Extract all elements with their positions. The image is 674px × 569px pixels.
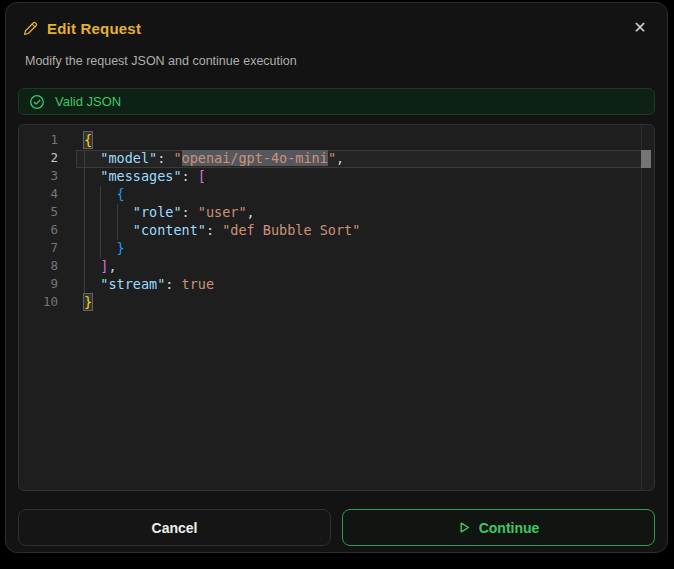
code-line[interactable]: "messages": [ — [76, 168, 642, 186]
code-token: "messages" — [100, 168, 181, 184]
code-line[interactable]: { — [76, 186, 642, 204]
indent-guide — [84, 150, 85, 168]
indent-guide — [100, 222, 101, 240]
line-number: 2 — [19, 150, 58, 168]
indent-guide — [84, 222, 85, 240]
check-circle-icon — [29, 94, 45, 110]
line-number: 4 — [19, 186, 58, 204]
code-token: openai/gpt-4o-mini — [182, 150, 328, 166]
dialog-subtitle: Modify the request JSON and continue exe… — [25, 54, 655, 69]
code-token — [84, 276, 100, 292]
line-number: 9 — [19, 276, 58, 294]
indent-guide — [84, 276, 85, 294]
line-number: 8 — [19, 258, 58, 276]
indent-guide — [84, 258, 85, 276]
overview-ruler-divider — [641, 125, 642, 490]
code-token: "def Bubble Sort" — [222, 222, 360, 238]
code-token — [84, 150, 100, 166]
indent-guide — [84, 168, 85, 186]
code-token: , — [108, 258, 116, 274]
code-line[interactable]: ], — [76, 258, 642, 276]
line-number: 7 — [19, 240, 58, 258]
code-token: : — [165, 276, 181, 292]
code-token: " — [173, 150, 181, 166]
indent-guide — [84, 240, 85, 258]
indent-guide — [100, 240, 101, 258]
indent-guide — [117, 204, 118, 222]
json-valid-banner: Valid JSON — [18, 88, 655, 115]
play-icon — [458, 521, 471, 534]
pencil-icon — [23, 21, 38, 36]
line-number: 1 — [19, 132, 58, 150]
edit-request-dialog: Edit Request ✕ Modify the request JSON a… — [5, 2, 668, 553]
line-number: 6 — [19, 222, 58, 240]
continue-label: Continue — [479, 520, 540, 536]
code-line[interactable]: "role": "user", — [76, 204, 642, 222]
code-token: { — [117, 186, 125, 202]
line-number: 3 — [19, 168, 58, 186]
json-valid-label: Valid JSON — [55, 94, 121, 109]
code-token — [84, 204, 133, 220]
editor-rows: { "model": "openai/gpt-4o-mini", "messag… — [76, 132, 642, 312]
code-line[interactable]: } — [76, 294, 642, 312]
code-token: { — [84, 132, 92, 148]
code-line[interactable]: "content": "def Bubble Sort" — [76, 222, 642, 240]
code-token — [84, 258, 100, 274]
continue-button[interactable]: Continue — [342, 509, 655, 546]
code-token: "role" — [133, 204, 182, 220]
code-line[interactable]: "model": "openai/gpt-4o-mini", — [76, 150, 642, 168]
code-line[interactable]: "stream": true — [76, 276, 642, 294]
dialog-title: Edit Request — [47, 20, 141, 37]
code-token — [84, 222, 133, 238]
code-token: " — [328, 150, 336, 166]
code-line[interactable]: } — [76, 240, 642, 258]
code-token: : — [157, 150, 173, 166]
code-token: [ — [198, 168, 206, 184]
line-number: 5 — [19, 204, 58, 222]
code-token: true — [182, 276, 215, 292]
indent-guide — [117, 222, 118, 240]
overview-ruler-selection-marker — [641, 150, 651, 168]
cancel-button[interactable]: Cancel — [18, 509, 331, 546]
line-number: 10 — [19, 294, 58, 312]
indent-guide — [100, 186, 101, 204]
code-token: : — [182, 204, 198, 220]
code-token: : — [182, 168, 198, 184]
code-token: "content" — [133, 222, 206, 238]
code-token — [84, 168, 100, 184]
code-token: : — [206, 222, 222, 238]
editor-gutter: 12345678910 — [19, 132, 58, 312]
dialog-footer: Cancel Continue — [18, 509, 655, 546]
dialog-header: Edit Request — [23, 17, 655, 39]
code-token: , — [247, 204, 255, 220]
indent-guide — [84, 204, 85, 222]
code-token: } — [117, 240, 125, 256]
close-button[interactable]: ✕ — [629, 17, 651, 39]
code-line[interactable]: { — [76, 132, 642, 150]
json-editor[interactable]: 12345678910 { "model": "openai/gpt-4o-mi… — [18, 124, 655, 491]
indent-guide — [84, 186, 85, 204]
code-token: } — [84, 294, 92, 310]
code-token: "user" — [198, 204, 247, 220]
code-token: "model" — [100, 150, 157, 166]
indent-guide — [100, 204, 101, 222]
code-token: "stream" — [100, 276, 165, 292]
code-token: , — [336, 150, 344, 166]
